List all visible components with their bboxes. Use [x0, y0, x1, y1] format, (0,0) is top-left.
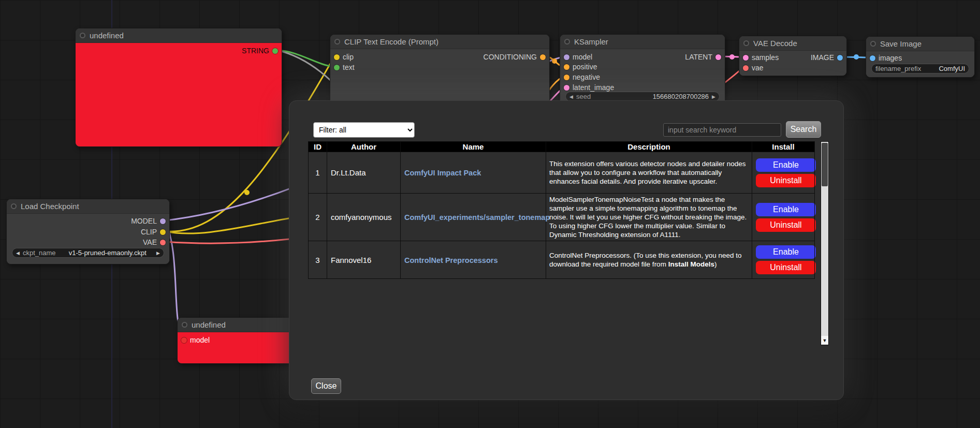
uninstall-button[interactable]: Uninstall: [756, 174, 816, 187]
output-dot-clip[interactable]: [160, 229, 166, 235]
collapse-dot-icon[interactable]: [870, 41, 876, 47]
filter-select[interactable]: Filter: all: [313, 122, 415, 138]
cell-name: ComfyUI_experiments/sampler_tonemap: [401, 194, 546, 241]
input-dot-positive[interactable]: [564, 64, 569, 70]
input-dot-vae[interactable]: [743, 65, 749, 71]
output-dot-string[interactable]: [272, 48, 278, 54]
widget-value: 156680208700286: [653, 93, 709, 100]
input-slot-label: model: [188, 336, 211, 344]
next-arrow-icon[interactable]: ▶: [156, 250, 160, 256]
uninstall-button[interactable]: Uninstall: [756, 218, 816, 232]
enable-button[interactable]: Enable: [756, 158, 816, 172]
input-slot-label: positive: [571, 63, 598, 71]
table-row: 3 Fannovel16 ControlNet Preprocessors Co…: [309, 241, 815, 279]
widget-value: ComfyUI: [939, 65, 965, 72]
filename-prefix-widget[interactable]: filename_prefix ComfyUI: [871, 64, 969, 73]
uninstall-button[interactable]: Uninstall: [756, 261, 816, 274]
scroll-down-button[interactable]: ▼: [821, 336, 828, 345]
description-text: ModelSamplerTonemapNoiseTest a node that…: [549, 196, 747, 239]
widget-name: seed: [576, 93, 591, 100]
header-id: ID: [309, 142, 327, 152]
header-author: Author: [327, 142, 401, 152]
node-load-checkpoint[interactable]: Load Checkpoint MODEL CLIP VAE ◀ ckpt_na…: [6, 199, 170, 264]
input-slot-label: latent_image: [571, 83, 616, 92]
output-slot-label: VAE: [141, 238, 158, 246]
output-slot-label: STRING: [240, 47, 271, 55]
output-dot-model[interactable]: [160, 218, 166, 224]
cell-author: Dr.Lt.Data: [327, 152, 401, 194]
enable-button[interactable]: Enable: [756, 203, 816, 216]
input-dot-model[interactable]: [181, 337, 187, 343]
output-slot-label: IMAGE: [809, 53, 836, 62]
node-title: KSampler: [574, 37, 608, 46]
cell-name: ComfyUI Impact Pack: [401, 152, 546, 194]
input-slot-latent-image: latent_image: [560, 83, 725, 92]
node-undefined-top[interactable]: undefined STRING: [75, 28, 282, 147]
widget-name: ckpt_name: [23, 249, 56, 257]
extension-link[interactable]: ControlNet Preprocessors: [404, 256, 498, 264]
cell-description: ModelSamplerTonemapNoiseTest a node that…: [546, 194, 752, 241]
node-title: VAE Decode: [753, 39, 797, 48]
cell-description: ControlNet Preprocessors. (To use this e…: [546, 241, 752, 279]
scrollbar-track[interactable]: ▼: [821, 141, 829, 345]
decrement-arrow-icon[interactable]: ◀: [569, 94, 573, 99]
input-slot-text: text: [330, 63, 549, 72]
node-title: undefined: [90, 31, 124, 40]
extension-link[interactable]: ComfyUI Impact Pack: [404, 169, 481, 177]
input-dot-negative[interactable]: [564, 75, 569, 80]
description-text: This extension offers various detector n…: [549, 160, 745, 185]
scroll-down-arrow-icon: ▼: [823, 338, 827, 343]
widget-value: v1-5-pruned-emaonly.ckpt: [69, 249, 147, 257]
node-title-bar: VAE Decode: [739, 36, 846, 51]
close-button[interactable]: Close: [311, 378, 341, 394]
scrollbar-thumb[interactable]: [822, 143, 828, 186]
output-dot-image[interactable]: [837, 55, 843, 61]
cell-install: Enable Uninstall: [752, 194, 815, 241]
cell-id: 2: [309, 194, 327, 241]
node-body: [76, 43, 282, 146]
collapse-dot-icon[interactable]: [182, 322, 187, 328]
node-title-bar: KSampler: [560, 35, 725, 49]
input-dot-text[interactable]: [334, 65, 340, 70]
node-graph-canvas[interactable]: undefined STRING CLIP Text Encode (Promp…: [0, 0, 980, 428]
output-slot-vae: VAE: [7, 238, 169, 247]
input-slot-vae: vae: [739, 63, 846, 72]
cell-description: This extension offers various detector n…: [546, 152, 752, 194]
cell-id: 1: [309, 152, 327, 194]
description-bold-text: Install Models: [668, 260, 714, 268]
output-slot-label: MODEL: [129, 217, 158, 225]
node-title: Load Checkpoint: [21, 202, 79, 211]
previous-arrow-icon[interactable]: ◀: [16, 250, 20, 256]
cell-author: Fannovel16: [327, 241, 401, 279]
output-slot-label: CLIP: [139, 228, 158, 236]
ckpt-name-widget[interactable]: ◀ ckpt_name v1-5-pruned-emaonly.ckpt ▶: [12, 248, 164, 258]
widget-name: filename_prefix: [875, 65, 921, 72]
extension-link[interactable]: ComfyUI_experiments/sampler_tonemap: [404, 213, 550, 222]
node-save-image[interactable]: Save Image images filename_prefix ComfyU…: [866, 36, 975, 78]
node-title-bar: Save Image: [866, 37, 974, 51]
cell-name: ControlNet Preprocessors: [401, 241, 546, 279]
collapse-dot-icon[interactable]: [564, 39, 570, 45]
search-button[interactable]: Search: [786, 121, 821, 138]
enable-button[interactable]: Enable: [756, 245, 816, 259]
node-title-bar: Load Checkpoint: [7, 199, 169, 214]
table-row: 2 comfyanonymous ComfyUI_experiments/sam…: [309, 194, 815, 241]
output-slot-label: LATENT: [683, 53, 714, 61]
search-input[interactable]: [663, 123, 781, 137]
collapse-dot-icon[interactable]: [11, 203, 17, 209]
custom-nodes-table: ID Author Name Description Install 1 Dr.…: [308, 141, 821, 345]
collapse-dot-icon[interactable]: [80, 33, 85, 38]
input-dot-images[interactable]: [870, 55, 875, 61]
node-title-bar: CLIP Text Encode (Prompt): [330, 35, 549, 49]
collapse-dot-icon[interactable]: [334, 39, 340, 45]
output-slot-image: IMAGE: [739, 53, 846, 62]
output-dot-vae[interactable]: [160, 240, 166, 245]
input-dot-latent-image[interactable]: [564, 85, 569, 91]
output-dot-conditioning[interactable]: [540, 54, 546, 60]
output-dot-latent[interactable]: [715, 54, 721, 60]
cell-author: comfyanonymous: [327, 194, 401, 241]
increment-arrow-icon[interactable]: ▶: [712, 94, 715, 99]
collapse-dot-icon[interactable]: [743, 40, 749, 46]
link-midpoint-dot: [552, 58, 557, 64]
node-vae-decode[interactable]: VAE Decode samples vae IMAGE: [739, 36, 847, 76]
